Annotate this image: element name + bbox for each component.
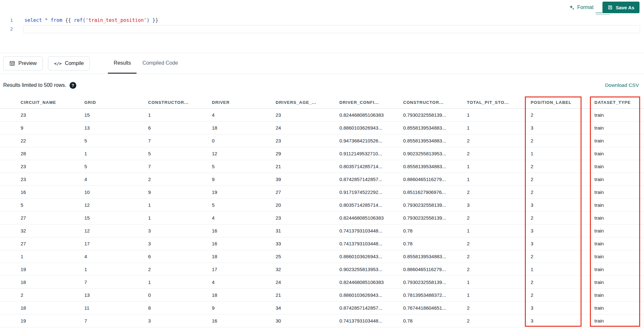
compile-button[interactable]: </> Compile	[48, 56, 90, 70]
table-icon	[9, 60, 15, 66]
table-row[interactable]: 281512290.9112149532710...0.902325581395…	[0, 147, 644, 160]
table-cell: train	[594, 237, 644, 250]
table-cell: 0.8742857142857...	[339, 173, 403, 186]
table-cell: 7	[148, 134, 212, 147]
format-label: Format	[577, 5, 594, 10]
table-cell: 1	[84, 263, 148, 276]
table-row[interactable]: 14618250.8860103626943...0.8558139534883…	[0, 250, 644, 263]
table-cell: 6	[148, 122, 212, 134]
table-cell: 4	[212, 109, 276, 121]
table-cell: 0.8860103626943...	[339, 122, 403, 134]
table-cell: 23	[276, 109, 339, 121]
table-cell: 0.8558139534883...	[403, 134, 467, 147]
table-cell: 29	[276, 147, 339, 160]
table-row[interactable]: 1610919270.9171974522292...0.85116279069…	[0, 186, 644, 199]
table-cell: 0.824468085106383	[339, 109, 403, 121]
table-cell: 0.824468085106383	[339, 276, 403, 288]
table-header-row: CIRCUIT_NAMEGRIDCONSTRUCTOR...DRIVERDRIV…	[0, 96, 644, 109]
table-row[interactable]: 231514230.8244680851063830.7930232558139…	[0, 109, 644, 122]
table-cell: 13	[84, 122, 148, 134]
table-row[interactable]: 18714240.8244680851063830.7930232558139.…	[0, 276, 644, 289]
table-cell: 19	[212, 186, 276, 198]
table-cell: train	[594, 122, 644, 134]
code-line-1-tokens: select * from {{ ref('train_test_positio…	[24, 16, 158, 24]
table-cell: 2	[467, 263, 531, 276]
column-header: DRIVERS_AGE_...	[276, 96, 339, 108]
table-cell: 10	[84, 186, 148, 198]
table-cell: 24	[276, 276, 339, 288]
table-cell: 32	[21, 224, 84, 237]
table-cell: 2	[531, 186, 594, 198]
results-table: CIRCUIT_NAMEGRIDCONSTRUCTOR...DRIVERDRIV…	[0, 96, 644, 327]
line-number: 2	[0, 25, 13, 33]
table-cell: 1	[467, 109, 531, 121]
table-row[interactable]: 181189340.8742857142857...0.767441860465…	[0, 302, 644, 314]
table-cell: 1	[467, 224, 531, 237]
table-cell: 2	[467, 237, 531, 250]
table-cell: 18	[21, 302, 84, 314]
table-cell: 2	[531, 212, 594, 224]
table-cell: 21	[276, 289, 339, 301]
table-cell: train	[594, 173, 644, 186]
tabs: ResultsCompiled Code	[108, 53, 184, 74]
save-as-label: Save As	[616, 5, 634, 10]
table-row[interactable]: 23575210.8035714285714...0.8558139534883…	[0, 160, 644, 173]
save-as-button[interactable]: Save As	[602, 2, 639, 13]
results-limit: Results limited to 500 rows. ?	[3, 82, 76, 89]
code-line: 2	[0, 25, 644, 33]
ui-artifact	[596, 13, 610, 15]
table-cell: 5	[212, 160, 276, 173]
table-cell: 16	[212, 314, 276, 327]
table-row[interactable]: 22570230.9473684210526...0.8558139534883…	[0, 134, 644, 147]
code-token: from	[51, 17, 62, 23]
table-cell: 1	[467, 276, 531, 288]
table-row[interactable]: 23429390.8742857142857...0.8860465116279…	[0, 173, 644, 186]
table-row[interactable]: 3212316310.7413793103448...0.7813train	[0, 224, 644, 237]
table-cell: 2	[148, 263, 212, 276]
format-button[interactable]: Format	[569, 5, 594, 11]
sql-editor[interactable]: 1 select * from {{ ref('train_test_posit…	[0, 15, 644, 53]
tab-results[interactable]: Results	[108, 53, 137, 74]
table-row[interactable]: 197316300.7413793103448...0.7823train	[0, 314, 644, 327]
table-cell: 4	[212, 276, 276, 288]
table-cell: 0.7930232558139...	[403, 109, 467, 121]
table-cell: 0.78	[403, 224, 467, 237]
table-cell: 9	[148, 186, 212, 198]
column-header: POSITION_LABEL	[531, 96, 594, 108]
table-cell: 27	[276, 186, 339, 198]
table-cell: 1	[467, 173, 531, 186]
table-cell: 2	[467, 212, 531, 224]
table-cell: 0.9023255813953...	[403, 147, 467, 160]
table-row[interactable]: 2717316330.7413793103448...0.7823train	[0, 237, 644, 250]
table-cell: 4	[84, 173, 148, 186]
results-bar: Results limited to 500 rows. ? Download …	[0, 74, 644, 96]
table-cell: 1	[531, 147, 594, 160]
download-csv-link[interactable]: Download CSV	[605, 82, 639, 88]
table-row[interactable]: 191217320.9023255813953...0.886046511627…	[0, 263, 644, 276]
table-cell: 12	[84, 224, 148, 237]
tab-compiled-code[interactable]: Compiled Code	[137, 53, 184, 74]
table-row[interactable]: 213018210.8860103626943...0.781395348837…	[0, 289, 644, 302]
table-cell: 27	[21, 237, 84, 250]
preview-button[interactable]: Preview	[3, 56, 43, 70]
code-token: {{	[62, 17, 74, 23]
column-header: DATASET_TYPE	[594, 96, 644, 108]
table-cell: 16	[212, 237, 276, 250]
table-cell: 4	[84, 250, 148, 263]
table-cell: train	[594, 199, 644, 211]
table-cell: 2	[148, 173, 212, 186]
table-cell: 0.78	[403, 237, 467, 250]
table-cell: 0.8035714285714...	[339, 160, 403, 173]
column-header: CONSTRUCTOR...	[148, 96, 212, 108]
table-cell: 3	[148, 224, 212, 237]
table-cell: 9	[212, 302, 276, 314]
action-buttons: Preview </> Compile	[0, 53, 90, 74]
table-cell: 2	[467, 147, 531, 160]
help-icon[interactable]: ?	[70, 82, 76, 89]
table-row[interactable]: 913618240.8860103626943...0.855813953488…	[0, 122, 644, 134]
table-row[interactable]: 51215200.8035714285714...0.7930232558139…	[0, 199, 644, 212]
table-cell: train	[594, 289, 644, 301]
table-cell: 20	[276, 199, 339, 211]
table-cell: 18	[212, 122, 276, 134]
table-row[interactable]: 271514230.8244680851063830.7930232558139…	[0, 212, 644, 224]
